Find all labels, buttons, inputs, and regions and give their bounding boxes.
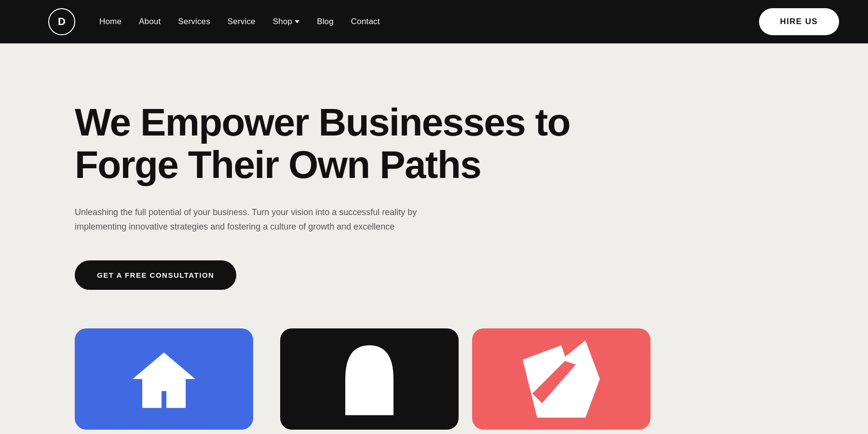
navbar: D Home About Services Service Shop Blog … xyxy=(0,0,868,43)
logo-letter: D xyxy=(58,15,66,28)
nav-item-blog[interactable]: Blog xyxy=(317,17,334,27)
nav-links: Home About Services Service Shop Blog Co… xyxy=(99,17,380,27)
svg-marker-1 xyxy=(523,340,600,418)
nav-item-contact[interactable]: Contact xyxy=(351,17,380,27)
nav-item-services[interactable]: Services xyxy=(178,17,210,27)
nav-item-shop[interactable]: Shop xyxy=(273,17,299,27)
hire-us-button[interactable]: HIRE US xyxy=(759,8,839,35)
hero-section: We Empower Businesses to Forge Their Own… xyxy=(0,43,868,434)
nav-item-about[interactable]: About xyxy=(139,17,161,27)
cta-button[interactable]: GET A FREE CONSULTATION xyxy=(75,260,236,290)
nav-item-home[interactable]: Home xyxy=(99,17,122,27)
chevron-down-icon xyxy=(295,20,299,23)
hero-subtitle: Unleashing the full potential of your bu… xyxy=(75,205,470,234)
nav-item-service[interactable]: Service xyxy=(228,17,256,27)
nav-left: D Home About Services Service Shop Blog … xyxy=(48,8,380,35)
card-coral xyxy=(472,328,651,430)
svg-marker-0 xyxy=(133,353,195,408)
card-black xyxy=(280,328,459,430)
cards-section xyxy=(75,328,868,430)
person-arch-icon xyxy=(336,340,403,418)
house-icon xyxy=(128,348,200,410)
hero-title: We Empower Businesses to Forge Their Own… xyxy=(75,101,605,186)
arrow-icon xyxy=(523,340,600,418)
logo[interactable]: D xyxy=(48,8,75,35)
card-blue xyxy=(75,328,253,430)
